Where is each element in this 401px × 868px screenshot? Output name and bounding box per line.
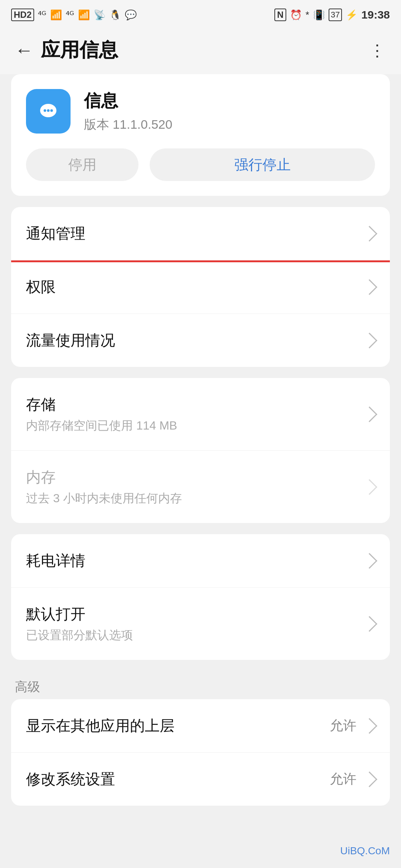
settings-item-modify-title: 修改系统设置 [26,769,115,789]
settings-item-memory-title: 内存 [26,467,182,487]
chevron-icon-traffic [362,332,377,348]
settings-item-memory-left: 内存 过去 3 小时内未使用任何内存 [26,467,182,507]
header-left: ← 应用信息 [15,37,118,63]
qq-icon: 🐧 [109,9,121,21]
settings-item-modify-value: 允许 [330,770,356,788]
settings-item-default-subtitle: 已设置部分默认选项 [26,627,133,644]
settings-group-3: 耗电详情 默认打开 已设置部分默认选项 [11,534,390,660]
bluetooth-icon: * [306,9,309,21]
settings-item-traffic[interactable]: 流量使用情况 [11,314,390,367]
settings-item-storage-subtitle: 内部存储空间已使用 114 MB [26,418,177,434]
chevron-icon-default [362,616,377,631]
action-buttons: 停用 强行停止 [26,148,375,181]
status-bar-right: N ⏰ * 📳 37 ⚡ 19:38 [274,9,390,21]
more-options-button[interactable]: ⋮ [369,41,386,60]
settings-item-modify[interactable]: 修改系统设置 允许 [11,753,390,806]
settings-item-memory[interactable]: 内存 过去 3 小时内未使用任何内存 [11,451,390,523]
app-icon [26,89,71,134]
settings-item-storage-left: 存储 内部存储空间已使用 114 MB [26,394,177,434]
back-button[interactable]: ← [15,41,33,59]
settings-item-overlay-left: 显示在其他应用的上层 [26,716,175,736]
status-time: 19:38 [361,9,390,21]
settings-item-default[interactable]: 默认打开 已设置部分默认选项 [11,588,390,660]
force-stop-button[interactable]: 强行停止 [150,148,375,181]
settings-item-modify-right: 允许 [330,770,375,788]
settings-item-overlay-right: 允许 [330,717,375,735]
battery-indicator: 37 [329,9,342,21]
svg-point-3 [44,109,46,112]
status-bar: HD2 ⁴ᴳ 📶 ⁴ᴳ 📶 📡 🐧 💬 N ⏰ * 📳 37 ⚡ 19:38 [0,0,401,30]
settings-item-notification-left: 通知管理 [26,223,85,244]
watermark: UiBQ.CoM [340,845,390,857]
chevron-icon-modify [362,771,377,787]
section-label-advanced: 高级 [0,671,401,699]
chevron-icon-permissions [362,279,377,295]
signal-4g-icon: ⁴ᴳ [38,9,46,21]
svg-point-4 [47,109,50,112]
settings-item-storage-title: 存储 [26,394,177,415]
disable-button[interactable]: 停用 [26,148,138,181]
settings-item-overlay[interactable]: 显示在其他应用的上层 允许 [11,699,390,753]
settings-item-traffic-title: 流量使用情况 [26,330,115,351]
page-title: 应用信息 [41,37,118,63]
settings-item-default-left: 默认打开 已设置部分默认选项 [26,604,133,644]
app-row: 信息 版本 11.1.0.520 [26,89,375,134]
chevron-icon-memory [362,479,377,494]
settings-item-traffic-left: 流量使用情况 [26,330,115,351]
settings-group-1: 通知管理 权限 流量使用情况 [11,207,390,367]
chevron-icon-storage [362,406,377,422]
settings-item-permissions-left: 权限 [26,277,56,297]
settings-item-battery-title: 耗电详情 [26,550,85,571]
settings-item-storage[interactable]: 存储 内部存储空间已使用 114 MB [11,378,390,451]
header: ← 应用信息 ⋮ [0,30,401,74]
wifi-icon: 📡 [94,9,105,21]
status-bar-left: HD2 ⁴ᴳ 📶 ⁴ᴳ 📶 📡 🐧 💬 [11,9,137,21]
app-info-card: 信息 版本 11.1.0.520 停用 强行停止 [11,74,390,196]
app-version: 版本 11.1.0.520 [84,116,172,133]
app-meta: 信息 版本 11.1.0.520 [84,89,172,133]
wechat-icon: 💬 [125,9,137,21]
settings-item-memory-subtitle: 过去 3 小时内未使用任何内存 [26,490,182,507]
settings-group-4: 显示在其他应用的上层 允许 修改系统设置 允许 [11,699,390,806]
nfc-icon: N [274,9,286,21]
svg-point-5 [50,109,53,112]
settings-item-modify-left: 修改系统设置 [26,769,115,789]
settings-group-2: 存储 内部存储空间已使用 114 MB 内存 过去 3 小时内未使用任何内存 [11,378,390,523]
settings-item-notification[interactable]: 通知管理 [11,207,390,260]
app-name: 信息 [84,89,172,112]
signal-4g2-icon: ⁴ᴳ [66,9,74,21]
signal-bars-icon: 📶 [50,9,62,21]
settings-item-overlay-title: 显示在其他应用的上层 [26,716,175,736]
settings-item-default-title: 默认打开 [26,604,133,624]
settings-item-overlay-value: 允许 [330,717,356,735]
settings-item-battery-left: 耗电详情 [26,550,85,571]
hd-icon: HD2 [11,9,34,21]
chevron-icon-battery [362,553,377,568]
settings-item-permissions-title: 权限 [26,277,56,297]
vibrate-icon: 📳 [313,9,325,21]
battery-value: 37 [331,10,340,20]
signal-bars2-icon: 📶 [78,9,90,21]
settings-item-permissions[interactable]: 权限 [11,260,390,314]
chevron-icon-overlay [362,718,377,733]
charging-icon: ⚡ [346,9,358,21]
chevron-icon-notification [362,226,377,241]
settings-item-notification-title: 通知管理 [26,223,85,244]
settings-item-battery[interactable]: 耗电详情 [11,534,390,588]
alarm-icon: ⏰ [290,9,302,21]
